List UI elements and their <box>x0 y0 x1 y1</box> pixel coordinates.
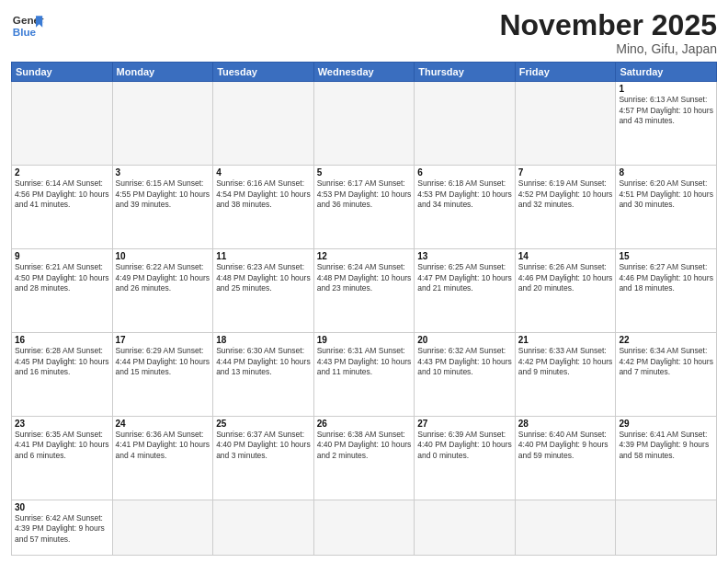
day-info: Sunrise: 6:13 AM Sunset: 4:57 PM Dayligh… <box>619 95 713 126</box>
week-row-2: 2Sunrise: 6:14 AM Sunset: 4:56 PM Daylig… <box>12 166 717 249</box>
calendar-subtitle: Mino, Gifu, Japan <box>499 41 717 56</box>
day-cell <box>12 82 113 166</box>
weekday-header-thursday: Thursday <box>415 63 516 82</box>
day-cell: 22Sunrise: 6:34 AM Sunset: 4:42 PM Dayli… <box>616 333 717 417</box>
day-number: 16 <box>15 335 109 345</box>
day-cell <box>515 82 616 166</box>
day-cell <box>616 500 717 556</box>
day-cell <box>415 82 516 166</box>
day-cell <box>112 500 213 556</box>
day-number: 24 <box>116 419 210 429</box>
week-row-5: 23Sunrise: 6:35 AM Sunset: 4:41 PM Dayli… <box>12 417 717 500</box>
day-cell: 14Sunrise: 6:26 AM Sunset: 4:46 PM Dayli… <box>515 249 616 333</box>
week-row-6: 30Sunrise: 6:42 AM Sunset: 4:39 PM Dayli… <box>12 500 717 556</box>
svg-text:Blue: Blue <box>13 26 37 38</box>
day-info: Sunrise: 6:26 AM Sunset: 4:46 PM Dayligh… <box>518 262 613 293</box>
day-info: Sunrise: 6:14 AM Sunset: 4:56 PM Dayligh… <box>15 178 109 210</box>
day-info: Sunrise: 6:27 AM Sunset: 4:46 PM Dayligh… <box>619 262 713 293</box>
day-info: Sunrise: 6:42 AM Sunset: 4:39 PM Dayligh… <box>15 513 109 545</box>
day-number: 6 <box>417 167 512 178</box>
day-cell: 26Sunrise: 6:38 AM Sunset: 4:40 PM Dayli… <box>313 417 415 500</box>
day-cell: 15Sunrise: 6:27 AM Sunset: 4:46 PM Dayli… <box>616 249 717 333</box>
weekday-header-saturday: Saturday <box>616 63 717 82</box>
day-number: 5 <box>317 167 412 178</box>
day-cell: 17Sunrise: 6:29 AM Sunset: 4:44 PM Dayli… <box>112 333 213 417</box>
day-number: 15 <box>619 251 713 261</box>
day-info: Sunrise: 6:31 AM Sunset: 4:43 PM Dayligh… <box>317 346 412 377</box>
day-cell <box>515 500 616 556</box>
day-cell: 6Sunrise: 6:18 AM Sunset: 4:53 PM Daylig… <box>415 166 516 249</box>
day-cell: 11Sunrise: 6:23 AM Sunset: 4:48 PM Dayli… <box>213 249 314 333</box>
day-info: Sunrise: 6:39 AM Sunset: 4:40 PM Dayligh… <box>417 430 512 461</box>
day-cell <box>213 500 314 556</box>
day-info: Sunrise: 6:32 AM Sunset: 4:43 PM Dayligh… <box>417 346 512 377</box>
logo: General Blue <box>11 9 44 42</box>
day-cell: 27Sunrise: 6:39 AM Sunset: 4:40 PM Dayli… <box>415 417 516 500</box>
calendar-title: November 2025 <box>499 9 717 41</box>
day-number: 28 <box>518 419 613 429</box>
day-info: Sunrise: 6:37 AM Sunset: 4:40 PM Dayligh… <box>216 430 311 461</box>
day-cell: 4Sunrise: 6:16 AM Sunset: 4:54 PM Daylig… <box>213 166 314 249</box>
calendar-page: General Blue November 2025 Mino, Gifu, J… <box>0 0 728 563</box>
day-number: 3 <box>116 167 210 178</box>
week-row-3: 9Sunrise: 6:21 AM Sunset: 4:50 PM Daylig… <box>12 249 717 333</box>
weekday-header-wednesday: Wednesday <box>313 63 415 82</box>
day-cell <box>313 500 415 556</box>
day-cell <box>213 82 314 166</box>
day-cell <box>415 500 516 556</box>
week-row-1: 1Sunrise: 6:13 AM Sunset: 4:57 PM Daylig… <box>12 82 717 166</box>
day-number: 26 <box>317 419 412 429</box>
day-info: Sunrise: 6:17 AM Sunset: 4:53 PM Dayligh… <box>317 178 412 210</box>
day-cell: 12Sunrise: 6:24 AM Sunset: 4:48 PM Dayli… <box>313 249 415 333</box>
day-number: 8 <box>619 167 713 178</box>
day-number: 29 <box>619 419 713 429</box>
day-cell: 2Sunrise: 6:14 AM Sunset: 4:56 PM Daylig… <box>12 166 113 249</box>
day-info: Sunrise: 6:19 AM Sunset: 4:52 PM Dayligh… <box>518 178 613 210</box>
day-info: Sunrise: 6:29 AM Sunset: 4:44 PM Dayligh… <box>116 346 210 377</box>
header: General Blue November 2025 Mino, Gifu, J… <box>11 9 717 56</box>
day-cell: 8Sunrise: 6:20 AM Sunset: 4:51 PM Daylig… <box>616 166 717 249</box>
day-cell: 23Sunrise: 6:35 AM Sunset: 4:41 PM Dayli… <box>12 417 113 500</box>
day-cell: 20Sunrise: 6:32 AM Sunset: 4:43 PM Dayli… <box>415 333 516 417</box>
day-info: Sunrise: 6:40 AM Sunset: 4:40 PM Dayligh… <box>518 430 613 461</box>
weekday-header-tuesday: Tuesday <box>213 63 314 82</box>
weekday-header-row: SundayMondayTuesdayWednesdayThursdayFrid… <box>12 63 717 82</box>
day-cell: 30Sunrise: 6:42 AM Sunset: 4:39 PM Dayli… <box>12 500 113 556</box>
day-cell: 19Sunrise: 6:31 AM Sunset: 4:43 PM Dayli… <box>313 333 415 417</box>
day-info: Sunrise: 6:25 AM Sunset: 4:47 PM Dayligh… <box>417 262 512 293</box>
day-info: Sunrise: 6:41 AM Sunset: 4:39 PM Dayligh… <box>619 430 713 461</box>
day-number: 9 <box>15 251 109 261</box>
day-info: Sunrise: 6:18 AM Sunset: 4:53 PM Dayligh… <box>417 178 512 210</box>
day-number: 1 <box>619 84 713 94</box>
day-cell <box>112 82 213 166</box>
day-info: Sunrise: 6:23 AM Sunset: 4:48 PM Dayligh… <box>216 262 311 293</box>
week-row-4: 16Sunrise: 6:28 AM Sunset: 4:45 PM Dayli… <box>12 333 717 417</box>
day-cell: 21Sunrise: 6:33 AM Sunset: 4:42 PM Dayli… <box>515 333 616 417</box>
weekday-header-monday: Monday <box>112 63 213 82</box>
day-number: 18 <box>216 335 311 345</box>
day-info: Sunrise: 6:28 AM Sunset: 4:45 PM Dayligh… <box>15 346 109 377</box>
day-number: 25 <box>216 419 311 429</box>
day-cell: 7Sunrise: 6:19 AM Sunset: 4:52 PM Daylig… <box>515 166 616 249</box>
day-number: 22 <box>619 335 713 345</box>
day-number: 17 <box>116 335 210 345</box>
day-number: 13 <box>417 251 512 261</box>
day-cell: 10Sunrise: 6:22 AM Sunset: 4:49 PM Dayli… <box>112 249 213 333</box>
day-cell <box>313 82 415 166</box>
day-info: Sunrise: 6:16 AM Sunset: 4:54 PM Dayligh… <box>216 178 311 210</box>
day-cell: 25Sunrise: 6:37 AM Sunset: 4:40 PM Dayli… <box>213 417 314 500</box>
day-info: Sunrise: 6:35 AM Sunset: 4:41 PM Dayligh… <box>15 430 109 461</box>
weekday-header-friday: Friday <box>515 63 616 82</box>
day-cell: 13Sunrise: 6:25 AM Sunset: 4:47 PM Dayli… <box>415 249 516 333</box>
day-info: Sunrise: 6:22 AM Sunset: 4:49 PM Dayligh… <box>116 262 210 293</box>
day-cell: 1Sunrise: 6:13 AM Sunset: 4:57 PM Daylig… <box>616 82 717 166</box>
day-number: 10 <box>116 251 210 261</box>
day-info: Sunrise: 6:20 AM Sunset: 4:51 PM Dayligh… <box>619 178 713 210</box>
day-number: 7 <box>518 167 613 178</box>
day-number: 12 <box>317 251 412 261</box>
day-cell: 5Sunrise: 6:17 AM Sunset: 4:53 PM Daylig… <box>313 166 415 249</box>
day-cell: 29Sunrise: 6:41 AM Sunset: 4:39 PM Dayli… <box>616 417 717 500</box>
day-number: 2 <box>15 167 109 178</box>
day-cell: 18Sunrise: 6:30 AM Sunset: 4:44 PM Dayli… <box>213 333 314 417</box>
day-cell: 3Sunrise: 6:15 AM Sunset: 4:55 PM Daylig… <box>112 166 213 249</box>
